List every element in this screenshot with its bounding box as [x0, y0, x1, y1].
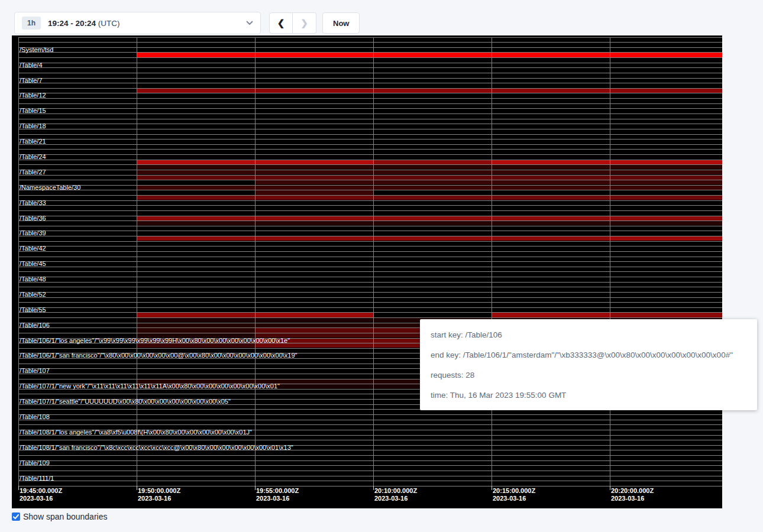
heat-band[interactable]	[255, 170, 373, 174]
now-button[interactable]: Now	[322, 12, 360, 34]
time-range-selector[interactable]: 1h 19:24 - 20:24 (UTC)	[14, 12, 261, 34]
key-visualizer-canvas[interactable]: /System/tsd/Table/4/Table/7/Table/12/Tab…	[12, 35, 722, 508]
heat-band[interactable]	[610, 165, 722, 169]
span-row-label: /Table/12	[20, 92, 46, 99]
heat-band[interactable]	[137, 323, 255, 327]
chevron-right-icon: ❯	[300, 18, 308, 28]
span-boundary-line	[18, 267, 722, 267]
heat-band[interactable]	[492, 53, 610, 57]
x-axis-label: 20:15:00.000Z2023-03-16	[493, 487, 535, 502]
time-gridline	[373, 37, 374, 486]
heat-band[interactable]	[137, 343, 255, 348]
heat-band[interactable]	[137, 328, 255, 332]
heat-band[interactable]	[492, 170, 610, 174]
heat-band[interactable]	[137, 313, 255, 317]
prev-range-button[interactable]: ❮	[269, 12, 293, 34]
span-boundary-line	[18, 476, 722, 476]
heat-band[interactable]	[492, 160, 610, 164]
heat-band[interactable]	[137, 221, 255, 225]
heat-band[interactable]	[255, 186, 373, 190]
heat-band[interactable]	[610, 186, 722, 190]
heat-band[interactable]	[610, 221, 722, 225]
heat-band[interactable]	[610, 170, 722, 174]
time-gridline	[610, 37, 610, 486]
span-boundary-line	[18, 271, 722, 272]
span-boundary-line	[18, 164, 722, 165]
heat-band[interactable]	[610, 216, 722, 220]
heat-band[interactable]	[255, 180, 373, 184]
heat-band[interactable]	[373, 196, 492, 200]
heat-band[interactable]	[137, 160, 255, 164]
heat-band[interactable]	[137, 186, 255, 190]
heat-band[interactable]	[373, 165, 492, 169]
span-row-label: /Table/108/1/"los angeles"/"\xa8\xf5\u00…	[20, 429, 252, 436]
span-boundary-line	[18, 486, 722, 486]
heat-band[interactable]	[137, 196, 255, 200]
heat-band[interactable]	[610, 180, 722, 184]
heat-band[interactable]	[373, 53, 492, 57]
heat-band[interactable]	[137, 318, 255, 322]
heat-band[interactable]	[373, 186, 492, 190]
heat-band[interactable]	[610, 89, 722, 93]
time-gridline	[255, 37, 256, 486]
heat-band[interactable]	[373, 176, 492, 180]
heat-band[interactable]	[255, 89, 373, 93]
heat-band[interactable]	[492, 180, 610, 184]
heat-band[interactable]	[610, 160, 722, 164]
heat-band[interactable]	[255, 216, 373, 220]
heat-band[interactable]	[255, 176, 373, 180]
heat-band[interactable]	[610, 313, 722, 317]
heat-band[interactable]	[255, 318, 373, 322]
heat-band[interactable]	[373, 89, 492, 93]
show-span-boundaries-checkbox[interactable]	[12, 512, 20, 521]
heat-band[interactable]	[255, 196, 373, 200]
heat-band[interactable]	[492, 313, 610, 317]
heat-band[interactable]	[255, 53, 373, 57]
heat-band[interactable]	[492, 165, 610, 169]
heat-band[interactable]	[610, 196, 722, 200]
span-boundary-line	[18, 205, 722, 206]
next-range-button[interactable]: ❯	[293, 12, 316, 34]
heat-band[interactable]	[492, 186, 610, 190]
heat-band[interactable]	[492, 176, 610, 180]
heat-band[interactable]	[137, 165, 255, 169]
axis-tick	[137, 486, 137, 490]
heat-band[interactable]	[492, 236, 610, 241]
heat-band[interactable]	[373, 216, 492, 220]
span-boundary-line	[18, 414, 722, 415]
heat-band[interactable]	[137, 53, 255, 57]
heat-band[interactable]	[492, 221, 610, 225]
heat-band[interactable]	[255, 343, 373, 348]
heat-band[interactable]	[255, 328, 373, 332]
x-axis-date: 2023-03-16	[138, 495, 180, 502]
heat-band[interactable]	[255, 221, 373, 225]
heat-band[interactable]	[610, 53, 722, 57]
span-boundary-line	[18, 47, 722, 48]
span-boundary-line	[18, 134, 722, 135]
heat-band[interactable]	[255, 313, 373, 317]
heat-band[interactable]	[137, 89, 255, 93]
heat-band[interactable]	[373, 221, 492, 225]
heat-band[interactable]	[137, 216, 255, 220]
heat-band[interactable]	[492, 89, 610, 93]
heat-band[interactable]	[373, 160, 492, 164]
heat-band[interactable]	[610, 236, 722, 241]
span-boundary-line	[18, 460, 722, 461]
heat-band[interactable]	[373, 236, 492, 241]
span-row-label: /Table/18	[20, 122, 46, 129]
heat-band[interactable]	[610, 176, 722, 180]
heat-band[interactable]	[255, 190, 373, 194]
heat-band[interactable]	[137, 170, 255, 174]
heat-band[interactable]	[255, 160, 373, 164]
heat-band[interactable]	[137, 236, 255, 241]
heat-band[interactable]	[137, 176, 255, 180]
time-range-preset-badge: 1h	[22, 17, 41, 30]
heat-band[interactable]	[373, 170, 492, 174]
heat-band[interactable]	[255, 165, 373, 169]
heat-band[interactable]	[255, 236, 373, 241]
heat-band[interactable]	[492, 196, 610, 200]
span-boundary-line	[18, 185, 722, 186]
heat-band[interactable]	[373, 180, 492, 184]
heat-band[interactable]	[492, 216, 610, 220]
heat-band[interactable]	[255, 323, 373, 327]
